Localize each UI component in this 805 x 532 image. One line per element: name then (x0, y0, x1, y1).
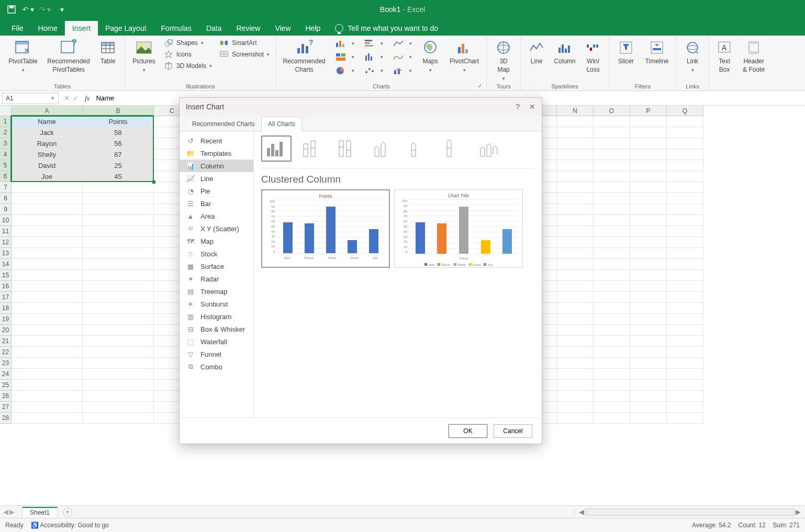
select-all-corner[interactable] (0, 106, 12, 116)
cell[interactable] (630, 116, 667, 127)
cell[interactable] (557, 215, 594, 226)
cell[interactable] (630, 237, 667, 248)
row-header[interactable]: 9 (0, 204, 12, 215)
table-button[interactable]: Table (95, 38, 120, 65)
cell[interactable] (667, 138, 703, 149)
subtype-3d-column[interactable] (475, 135, 505, 162)
cell[interactable] (630, 182, 667, 193)
row-header[interactable]: 15 (0, 270, 12, 281)
cell[interactable] (667, 116, 703, 127)
cell[interactable] (594, 380, 630, 391)
slicer-button[interactable]: Slicer (613, 38, 639, 65)
data-cell[interactable]: David (12, 160, 83, 171)
cell[interactable] (667, 171, 703, 182)
cell[interactable] (83, 270, 154, 281)
cell[interactable] (557, 259, 594, 270)
link-button[interactable]: Link (681, 38, 704, 73)
chart-type-x-y-scatter-[interactable]: ፨X Y (Scatter) (180, 222, 253, 235)
cell[interactable] (83, 413, 154, 424)
cell[interactable] (594, 237, 630, 248)
chart-type-histogram[interactable]: ▥Histogram (180, 310, 253, 323)
icons-button[interactable]: Icons (162, 49, 214, 60)
cell[interactable] (83, 358, 154, 369)
data-cell[interactable]: Rayon (12, 138, 83, 149)
cell[interactable] (594, 325, 630, 336)
chart-type-funnel[interactable]: ▽Funnel (180, 348, 253, 360)
name-box[interactable]: A1▼ (2, 93, 59, 104)
cell[interactable] (557, 226, 594, 237)
save-icon[interactable] (5, 3, 18, 16)
cell[interactable] (630, 127, 667, 138)
row-header[interactable]: 14 (0, 259, 12, 270)
cell[interactable] (594, 248, 630, 259)
textbox-button[interactable]: ATextBox (713, 38, 736, 73)
cell[interactable] (667, 369, 703, 380)
combo-chart-dropdown[interactable] (388, 65, 414, 76)
qat-customize-icon[interactable]: ▾ (55, 3, 68, 16)
data-cell[interactable]: 45 (83, 171, 154, 182)
cell[interactable] (667, 402, 703, 413)
cell[interactable] (12, 237, 83, 248)
cell[interactable] (667, 226, 703, 237)
cell[interactable] (667, 380, 703, 391)
cell[interactable] (630, 138, 667, 149)
cell[interactable] (12, 358, 83, 369)
surface-chart-dropdown[interactable] (388, 51, 414, 63)
pictures-button[interactable]: Pictures (129, 38, 159, 73)
cell[interactable] (83, 391, 154, 402)
cell[interactable] (12, 303, 83, 314)
cell[interactable] (557, 237, 594, 248)
hscroll-splitter-icon[interactable]: ⋮ (571, 508, 578, 516)
pivotchart-button[interactable]: PivotChart (446, 38, 482, 73)
cell[interactable] (83, 402, 154, 413)
menu-tab-formulas[interactable]: Formulas (154, 21, 199, 36)
dialog-tab[interactable]: Recommended Charts (186, 117, 261, 131)
cell[interactable] (557, 248, 594, 259)
3d-map-button[interactable]: 3D Map (491, 38, 516, 82)
row-header[interactable]: 11 (0, 226, 12, 237)
cell[interactable] (630, 270, 667, 281)
fx-icon[interactable]: fx (82, 94, 93, 103)
cell[interactable] (630, 336, 667, 347)
cell[interactable] (83, 237, 154, 248)
cell[interactable] (83, 204, 154, 215)
cell[interactable] (667, 193, 703, 204)
chart-type-surface[interactable]: ▦Surface (180, 260, 253, 273)
tell-me-search[interactable]: Tell me what you want to do (328, 21, 445, 36)
row-header[interactable]: 22 (0, 347, 12, 358)
cell[interactable] (557, 303, 594, 314)
data-cell[interactable]: Shelly (12, 149, 83, 160)
ok-button[interactable]: OK (449, 424, 487, 438)
cell[interactable] (667, 413, 703, 424)
cell[interactable] (594, 193, 630, 204)
cell[interactable] (594, 358, 630, 369)
cell[interactable] (667, 325, 703, 336)
column-header[interactable]: N (557, 106, 594, 116)
pivottable-button[interactable]: PivotTable (4, 38, 42, 73)
chart-type-combo[interactable]: ⧉Combo (180, 360, 253, 373)
cell[interactable] (83, 325, 154, 336)
horizontal-scrollbar[interactable] (585, 508, 795, 516)
cell[interactable] (557, 182, 594, 193)
cell[interactable] (12, 270, 83, 281)
cell[interactable] (630, 314, 667, 325)
cell[interactable] (594, 127, 630, 138)
column-header[interactable]: B (83, 106, 154, 116)
cell[interactable] (12, 380, 83, 391)
cell[interactable] (557, 347, 594, 358)
cell[interactable] (594, 259, 630, 270)
row-header[interactable]: 12 (0, 237, 12, 248)
cell[interactable] (557, 391, 594, 402)
cell[interactable] (83, 226, 154, 237)
cell[interactable] (630, 204, 667, 215)
cell[interactable] (630, 402, 667, 413)
cell[interactable] (630, 391, 667, 402)
chart-preview[interactable]: Chart Title1009080706050403020100PointsJ… (394, 189, 523, 268)
cell[interactable] (83, 380, 154, 391)
cell[interactable] (594, 226, 630, 237)
cell[interactable] (83, 369, 154, 380)
statistic-chart-dropdown[interactable] (360, 51, 385, 63)
row-header[interactable]: 18 (0, 303, 12, 314)
cell[interactable] (12, 182, 83, 193)
header-footer-button[interactable]: Header& Foote (739, 38, 768, 73)
